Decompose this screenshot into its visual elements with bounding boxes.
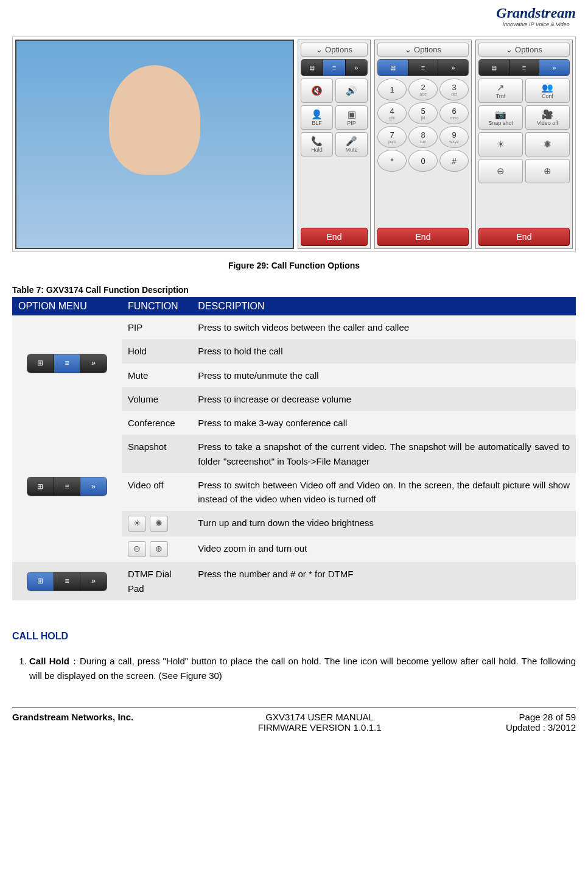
desc-cell: Press to mute/unmute the call: [192, 364, 576, 387]
footer-updated: Updated : 3/2012: [506, 722, 576, 733]
zoom-in-button[interactable]: ⊕: [525, 159, 570, 183]
footer-center: GXV3174 USER MANUAL FIRMWARE VERSION 1.0…: [258, 712, 382, 733]
options-panel-1: ⌄ Options ⊞ ≡ » 🔇 🔊 👤BLF ▣PIP 📞Hold 🎤Mut…: [298, 40, 371, 249]
table-caption: Table 7: GXV3174 Call Function Descripti…: [12, 285, 576, 295]
video-off-button[interactable]: 🎥Video off: [525, 105, 570, 130]
vol-up-button[interactable]: 🔊: [335, 79, 368, 103]
dial-key-9[interactable]: 9wxyz: [439, 126, 469, 148]
dial-key-7[interactable]: 7pqrs: [377, 126, 407, 148]
section-list: Call Hold：During a call, press "Hold" bu…: [29, 654, 576, 683]
chevron-down-icon: ⌄: [506, 45, 513, 54]
options-label: Options: [414, 45, 441, 54]
brand-tagline: Innovative IP Voice & Video: [496, 21, 576, 27]
dial-key-#[interactable]: #: [439, 150, 469, 172]
dial-key-2[interactable]: 2abc: [408, 79, 438, 100]
vol-down-button[interactable]: 🔇: [301, 79, 333, 103]
brightness-high-icon: ✺: [150, 516, 168, 532]
table-row: ⊞≡» PIP Press to switch videos between t…: [12, 315, 576, 339]
func-brightness-icons: ☀✺: [122, 511, 192, 536]
conference-button[interactable]: 👥Conf: [525, 79, 570, 103]
tab-segments[interactable]: ⊞ ≡ »: [377, 59, 469, 76]
panel1-row2: 👤BLF ▣PIP: [301, 105, 368, 130]
desc-cell: Press to make 3-way conference call: [192, 411, 576, 435]
brightness-down-button[interactable]: ☀: [478, 132, 523, 156]
table-row: ⊞≡» Conference Press to make 3-way confe…: [12, 411, 576, 435]
dial-key-5[interactable]: 5jkl: [408, 102, 438, 124]
footer-manual: GXV3174 USER MANUAL: [258, 712, 382, 722]
option-menu-cell: ⊞≡»: [12, 411, 122, 562]
options-title[interactable]: ⌄ Options: [377, 43, 469, 57]
dial-key-4[interactable]: 4ghi: [377, 102, 407, 124]
dial-key-8[interactable]: 8tuv: [408, 126, 438, 148]
page-footer: Grandstream Networks, Inc. GXV3174 USER …: [12, 708, 576, 745]
more-icon[interactable]: »: [346, 60, 367, 76]
zoom-out-button[interactable]: ⊖: [478, 159, 523, 183]
figure-caption: Figure 29: Call Function Options: [12, 261, 576, 270]
list-icon[interactable]: ≡: [509, 60, 540, 76]
chevron-down-icon: ⌄: [405, 45, 411, 54]
item-separator: ：: [69, 656, 80, 666]
desc-cell: Video zoom in and turn out: [192, 536, 576, 562]
tab-segments[interactable]: ⊞ ≡ »: [478, 59, 570, 76]
keypad-icon[interactable]: ⊞: [378, 60, 408, 76]
end-button[interactable]: End: [377, 228, 469, 246]
figure-call-options: ⌄ Options ⊞ ≡ » 🔇 🔊 👤BLF ▣PIP 📞Hold 🎤Mut…: [12, 37, 576, 252]
panel3-row3: ☀ ✺: [478, 132, 570, 156]
options-label: Options: [325, 45, 352, 54]
tab-segments[interactable]: ⊞ ≡ »: [301, 59, 368, 76]
mute-button[interactable]: 🎤Mute: [335, 132, 368, 156]
end-button[interactable]: End: [301, 228, 368, 246]
panel3-row4: ⊖ ⊕: [478, 159, 570, 183]
more-icon[interactable]: »: [539, 60, 569, 76]
desc-cell: Press to hold the call: [192, 339, 576, 363]
desc-cell: Press to take a snapshot of the current …: [192, 435, 576, 473]
hold-button[interactable]: 📞Hold: [301, 132, 333, 156]
dial-key-3[interactable]: 3def: [439, 79, 469, 100]
func-cell: Mute: [122, 364, 192, 387]
blf-button[interactable]: 👤BLF: [301, 105, 333, 130]
snapshot-button[interactable]: 📷Snap shot: [478, 105, 523, 130]
options-panel-3: ⌄ Options ⊞ ≡ » ↗Trnf 👥Conf 📷Snap shot 🎥…: [475, 40, 573, 249]
keypad-icon[interactable]: ⊞: [301, 60, 323, 76]
page-header: Grandstream Innovative IP Voice & Video: [12, 0, 576, 37]
video-feed: [15, 40, 294, 249]
func-cell: Hold: [122, 339, 192, 363]
footer-right: Page 28 of 59 Updated : 3/2012: [506, 712, 576, 733]
panel1-row3: 📞Hold 🎤Mute: [301, 132, 368, 156]
list-item: Call Hold：During a call, press "Hold" bu…: [29, 654, 576, 683]
desc-cell: Press to increase or decrease volume: [192, 387, 576, 411]
list-icon[interactable]: ≡: [323, 60, 345, 76]
item-text: During a call, press "Hold" button to pl…: [29, 656, 576, 681]
table-row: ⊞≡» DTMF Dial Pad Press the number and #…: [12, 562, 576, 600]
th-option-menu: OPTION MENU: [12, 297, 122, 315]
dial-key-1[interactable]: 1: [377, 79, 407, 100]
desc-cell: Press to switch between Video off and Vi…: [192, 473, 576, 511]
dial-key-*[interactable]: *: [377, 150, 407, 172]
section-title: CALL HOLD: [12, 631, 576, 642]
options-title[interactable]: ⌄ Options: [478, 43, 570, 57]
list-icon[interactable]: ≡: [408, 60, 439, 76]
panel1-row1: 🔇 🔊: [301, 79, 368, 103]
options-label: Options: [515, 45, 542, 54]
zoom-out-icon: ⊖: [128, 541, 146, 557]
more-icon[interactable]: »: [438, 60, 468, 76]
dial-key-6[interactable]: 6mno: [439, 102, 469, 124]
func-cell: DTMF Dial Pad: [122, 562, 192, 600]
desc-cell: Turn up and turn down the video brightne…: [192, 511, 576, 536]
transfer-button[interactable]: ↗Trnf: [478, 79, 523, 103]
zoom-in-icon: ⊕: [150, 541, 168, 557]
panel3-row1: ↗Trnf 👥Conf: [478, 79, 570, 103]
func-cell: Conference: [122, 411, 192, 435]
brand-name: Grandstream: [496, 5, 576, 21]
brightness-up-button[interactable]: ✺: [525, 132, 570, 156]
item-label: Call Hold: [29, 656, 69, 666]
face-placeholder: [109, 65, 200, 175]
func-cell: PIP: [122, 315, 192, 339]
dial-key-0[interactable]: 0: [408, 150, 438, 172]
pip-button[interactable]: ▣PIP: [335, 105, 368, 130]
func-cell: Video off: [122, 473, 192, 511]
options-title[interactable]: ⌄ Options: [301, 43, 368, 57]
end-button[interactable]: End: [478, 228, 570, 246]
keypad-icon[interactable]: ⊞: [479, 60, 509, 76]
func-cell: Volume: [122, 387, 192, 411]
